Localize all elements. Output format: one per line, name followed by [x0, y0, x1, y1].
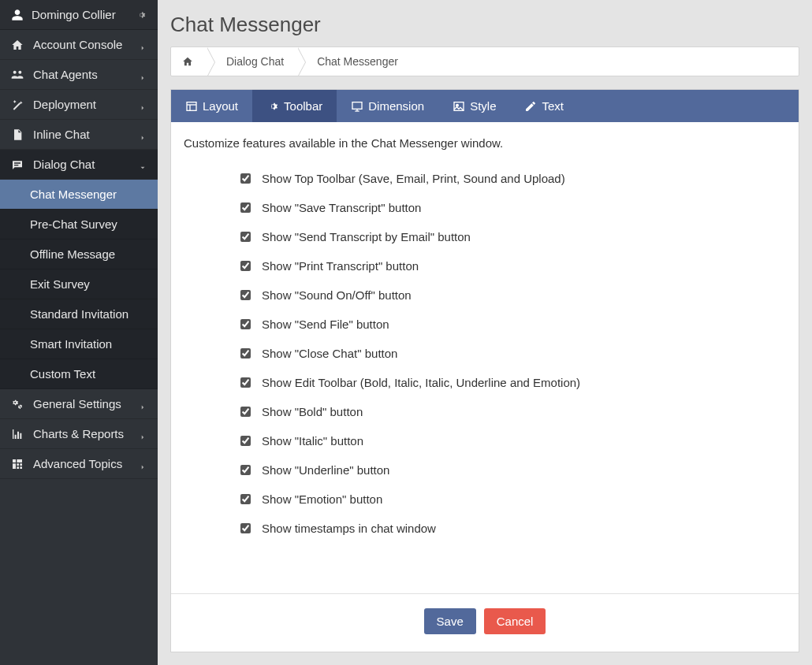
option-checkbox[interactable]	[240, 494, 251, 504]
sidebar-subitem-label: Pre-Chat Survey	[30, 217, 117, 231]
tab-label: Text	[542, 99, 564, 113]
option-checkbox[interactable]	[240, 407, 251, 417]
screen-icon	[351, 100, 363, 113]
home-icon	[11, 39, 24, 51]
chevron-right-icon	[139, 71, 147, 79]
sidebar-subitem-exit-survey[interactable]: Exit Survey	[0, 269, 158, 299]
option-label: Show Edit Toolbar (Bold, Italic, Italic,…	[262, 376, 580, 389]
sidebar-item-label: Charts & Reports	[33, 427, 129, 440]
sidebar-item-label: Dialog Chat	[33, 158, 129, 171]
content: Customize features available in the Chat…	[171, 122, 799, 593]
chevron-right-icon	[139, 101, 147, 109]
tab-dimension[interactable]: Dimension	[337, 90, 438, 122]
option-row: Show "Italic" button	[184, 426, 786, 455]
option-label: Show timestamps in chat window	[262, 522, 436, 535]
option-row: Show "Bold" button	[184, 397, 786, 426]
dialog-icon	[11, 158, 24, 171]
grid-icon	[11, 458, 24, 470]
sidebar-item-deployment[interactable]: Deployment	[0, 90, 158, 120]
svg-point-7	[456, 104, 459, 106]
option-label: Show "Save Transcript" button	[262, 201, 421, 214]
page-title: Chat Messenger	[170, 13, 799, 37]
option-checkbox[interactable]	[240, 290, 251, 300]
option-checkbox[interactable]	[240, 173, 251, 184]
option-checkbox[interactable]	[240, 261, 251, 271]
cogs-icon	[11, 398, 24, 411]
option-label: Show "Send File" button	[262, 318, 389, 331]
option-row: Show "Sound On/Off" button	[184, 280, 786, 310]
home-icon	[182, 56, 193, 67]
option-row: Show "Emotion" button	[184, 485, 786, 514]
sidebar-item-advanced-topics[interactable]: Advanced Topics	[0, 449, 158, 479]
sidebar-subnav: Chat MessengerPre-Chat SurveyOffline Mes…	[0, 180, 158, 389]
option-checkbox[interactable]	[240, 436, 251, 446]
tab-text[interactable]: Text	[510, 90, 578, 122]
option-row: Show "Print Transcript" button	[184, 251, 786, 280]
sidebar-subitem-chat-messenger[interactable]: Chat Messenger	[0, 180, 158, 210]
tab-toolbar[interactable]: Toolbar	[252, 90, 337, 122]
agents-icon	[11, 69, 24, 81]
chevron-right-icon	[139, 131, 147, 139]
option-row: Show "Underline" button	[184, 455, 786, 485]
tab-label: Layout	[203, 99, 238, 113]
sidebar-subitem-label: Smart Invitation	[30, 337, 112, 351]
option-label: Show "Sound On/Off" button	[262, 288, 412, 302]
sidebar-subitem-offline-message[interactable]: Offline Message	[0, 240, 158, 269]
option-checkbox[interactable]	[240, 319, 251, 329]
option-row: Show Edit Toolbar (Bold, Italic, Italic,…	[184, 368, 786, 397]
sidebar-item-charts-reports[interactable]: Charts & Reports	[0, 419, 158, 449]
sidebar-subitem-smart-invitation[interactable]: Smart Invitation	[0, 329, 158, 359]
option-row: Show timestamps in chat window	[184, 514, 786, 543]
option-label: Show "Send Transcript by Email" button	[262, 230, 471, 243]
edit-icon	[524, 100, 537, 113]
option-checkbox[interactable]	[240, 232, 251, 242]
tab-label: Style	[470, 99, 496, 113]
breadcrumb-item[interactable]: Chat Messenger	[298, 47, 412, 76]
doc-icon	[11, 128, 24, 141]
option-row: Show "Close Chat" button	[184, 339, 786, 368]
sidebar-nav: Account ConsoleChat AgentsDeploymentInli…	[0, 30, 158, 479]
sidebar-subitem-custom-text[interactable]: Custom Text	[0, 359, 158, 389]
option-label: Show "Print Transcript" button	[262, 259, 419, 273]
sidebar-item-inline-chat[interactable]: Inline Chat	[0, 120, 158, 150]
main-header: Chat Messenger Dialog ChatChat Messenger	[158, 0, 812, 86]
sidebar: Domingo Collier Account ConsoleChat Agen…	[0, 0, 158, 665]
breadcrumb-item[interactable]: Dialog Chat	[207, 47, 298, 76]
sidebar-item-general-settings[interactable]: General Settings	[0, 389, 158, 419]
chevron-down-icon	[139, 161, 147, 169]
option-row: Show "Save Transcript" button	[184, 193, 786, 222]
tab-label: Dimension	[368, 99, 424, 113]
option-checkbox[interactable]	[240, 202, 251, 213]
sidebar-subitem-label: Chat Messenger	[30, 188, 117, 201]
wand-icon	[11, 98, 24, 111]
tab-style[interactable]: Style	[438, 90, 510, 122]
gear-icon	[266, 100, 279, 113]
sidebar-item-chat-agents[interactable]: Chat Agents	[0, 60, 158, 90]
cancel-button[interactable]: Cancel	[484, 608, 546, 634]
chevron-right-icon	[139, 41, 147, 49]
option-checkbox[interactable]	[240, 348, 251, 359]
sidebar-item-account-console[interactable]: Account Console	[0, 30, 158, 60]
save-button[interactable]: Save	[424, 608, 476, 634]
sidebar-subitem-standard-invitation[interactable]: Standard Invitation	[0, 299, 158, 329]
option-checkbox[interactable]	[240, 523, 251, 533]
chart-icon	[11, 428, 24, 440]
chevron-right-icon	[139, 460, 147, 468]
sidebar-item-label: Account Console	[33, 38, 129, 51]
breadcrumb-home[interactable]	[171, 47, 207, 76]
option-label: Show "Italic" button	[262, 434, 363, 448]
content-wrap: LayoutToolbarDimensionStyleText Customiz…	[170, 89, 799, 652]
footer: Save Cancel	[171, 593, 799, 652]
tab-layout[interactable]: Layout	[171, 90, 252, 122]
option-checkbox[interactable]	[240, 377, 251, 388]
sidebar-subitem-label: Standard Invitation	[30, 307, 129, 321]
layout-icon	[185, 100, 198, 113]
option-label: Show "Close Chat" button	[262, 347, 397, 360]
sidebar-subitem-pre-chat-survey[interactable]: Pre-Chat Survey	[0, 210, 158, 240]
option-checkbox[interactable]	[240, 465, 251, 475]
sidebar-item-label: General Settings	[33, 397, 129, 411]
option-label: Show "Bold" button	[262, 405, 363, 418]
gear-icon[interactable]	[136, 9, 147, 20]
sidebar-item-dialog-chat[interactable]: Dialog Chat	[0, 150, 158, 180]
option-label: Show "Underline" button	[262, 463, 389, 477]
